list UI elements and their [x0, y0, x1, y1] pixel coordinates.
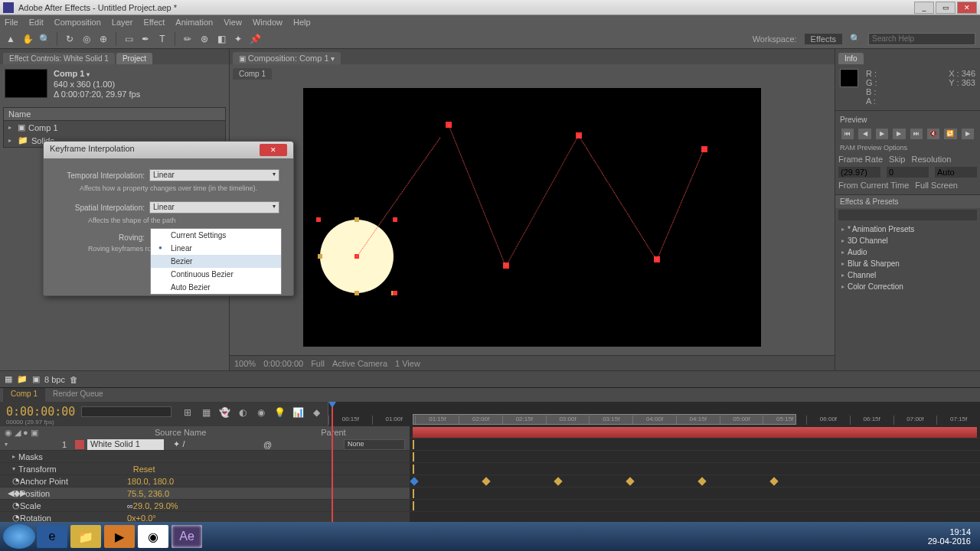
keyframe[interactable] [554, 477, 562, 485]
puppet-tool-icon[interactable]: 📌 [249, 33, 261, 45]
menu-view[interactable]: View [224, 18, 242, 27]
window-close-button[interactable]: ✕ [957, 2, 977, 14]
effects-category[interactable]: Channel [837, 269, 978, 281]
viewer-time[interactable]: 0:00:00:00 [263, 359, 303, 368]
comp-mini-flowchart-icon[interactable]: ⊞ [181, 407, 194, 421]
effects-category[interactable]: 3D Channel [837, 235, 978, 246]
tab-project[interactable]: Project [116, 53, 152, 64]
zoom-dropdown[interactable]: 100% [234, 359, 256, 368]
workspace-dropdown[interactable]: Effects [805, 34, 842, 44]
project-item-comp[interactable]: ▸▣ Comp 1 [4, 121, 225, 134]
effects-category[interactable]: Color Correction [837, 281, 978, 292]
graph-editor-icon[interactable]: 📊 [291, 407, 305, 421]
start-button[interactable] [3, 524, 35, 549]
chrome-taskbar-icon[interactable]: ◉ [138, 525, 168, 548]
last-frame-button[interactable]: ⏭ [910, 129, 923, 139]
comp-name[interactable]: Comp 1 [54, 69, 140, 80]
flowchart-tab[interactable]: Comp 1 [233, 68, 272, 80]
explorer-taskbar-icon[interactable]: 📁 [70, 525, 101, 548]
ram-preview-options[interactable]: RAM Preview Options [838, 142, 977, 153]
ram-preview-button[interactable]: ▶ [962, 129, 974, 139]
prev-kf-icon[interactable]: ◀◆▶ [8, 488, 26, 498]
media-player-taskbar-icon[interactable]: ▶ [104, 525, 135, 548]
resolution-dropdown[interactable]: Full [311, 359, 325, 368]
keyframe[interactable] [769, 477, 778, 485]
keyframe[interactable] [482, 477, 490, 485]
menu-window[interactable]: Window [253, 18, 283, 27]
loop-button[interactable]: 🔁 [944, 129, 956, 139]
timeline-search-input[interactable] [81, 406, 172, 417]
keyframe-marker[interactable] [393, 217, 397, 222]
spatial-dropdown[interactable]: Linear [149, 201, 279, 214]
menu-animation[interactable]: Animation [175, 18, 213, 27]
layer-mode-icons[interactable]: ✦ / [164, 439, 194, 449]
keyframe-marker[interactable] [316, 217, 321, 222]
timeline-tab-render[interactable]: Render Queue [45, 388, 111, 402]
hand-tool-icon[interactable]: ✋ [21, 33, 34, 45]
resolution-field[interactable]: Auto [935, 167, 977, 178]
keyframe[interactable] [697, 477, 706, 485]
shy-icon[interactable]: 👻 [217, 407, 231, 421]
twirl-icon[interactable]: ▾ [5, 441, 8, 448]
parent-pickwhip-icon[interactable]: @ [263, 440, 272, 449]
current-timecode[interactable]: 0:00:00:00 [6, 405, 70, 419]
motion-blur-icon[interactable]: ◉ [254, 407, 268, 421]
interpret-icon[interactable]: ▦ [5, 374, 12, 384]
layer-row[interactable]: ▾ 1 White Solid 1 ✦ / @ None [0, 439, 410, 451]
layer-color-swatch[interactable] [75, 440, 84, 449]
dropdown-option-bezier[interactable]: Bezier [151, 255, 281, 268]
frame-blend-icon[interactable]: ◐ [236, 407, 250, 421]
new-folder-icon[interactable]: 📁 [17, 374, 28, 384]
dropdown-option-linear[interactable]: Linear [151, 242, 281, 255]
dialog-close-button[interactable]: ✕ [260, 144, 287, 156]
pan-behind-tool-icon[interactable]: ⊕ [97, 33, 109, 45]
tab-effect-controls[interactable]: Effect Controls: White Solid 1 [3, 53, 115, 64]
new-comp-icon[interactable]: ▣ [32, 374, 40, 384]
source-name-header[interactable]: Source Name [155, 428, 206, 437]
transform-group[interactable]: ▾TransformReset [0, 463, 410, 475]
menu-help[interactable]: Help [293, 18, 311, 27]
ie-taskbar-icon[interactable]: e [37, 525, 67, 548]
keyframe-marker[interactable] [393, 291, 397, 295]
menu-effect[interactable]: Effect [143, 18, 165, 27]
comp-thumbnail[interactable] [5, 69, 47, 98]
full-screen-checkbox[interactable]: Full Screen [915, 181, 958, 190]
link-icon[interactable]: ∞ [127, 501, 133, 510]
prev-frame-button[interactable]: ◀ [858, 129, 871, 139]
framerate-field[interactable]: (29.97) [838, 167, 880, 178]
selection-tool-icon[interactable]: ▲ [5, 33, 17, 45]
comp-canvas[interactable] [303, 88, 761, 347]
type-tool-icon[interactable]: T [156, 33, 168, 45]
anchor-point-property[interactable]: ◔ Anchor Point180.0, 180.0 [0, 475, 410, 487]
pen-tool-icon[interactable]: ✒ [139, 33, 152, 45]
composition-viewer[interactable] [230, 80, 835, 355]
parent-dropdown[interactable]: None [344, 439, 405, 450]
masks-group[interactable]: ▸Masks [0, 451, 410, 463]
effects-category[interactable]: Audio [837, 246, 978, 258]
keyframe[interactable] [410, 477, 418, 485]
bpc-toggle[interactable]: 8 bpc [44, 375, 65, 384]
rectangle-tool-icon[interactable]: ▭ [122, 33, 135, 45]
position-track[interactable] [410, 475, 980, 487]
temporal-dropdown[interactable]: Linear [149, 169, 279, 181]
composition-tab-label[interactable]: ▣ Composition: Comp 1 ▾ [233, 52, 341, 64]
project-column-name[interactable]: Name [4, 108, 225, 121]
effects-category[interactable]: Blur & Sharpen [837, 258, 978, 269]
camera-tool-icon[interactable]: ◎ [80, 33, 93, 45]
menu-composition[interactable]: Composition [54, 18, 101, 27]
maximize-button[interactable]: ▭ [936, 2, 956, 14]
help-search-input[interactable] [868, 33, 975, 45]
stopwatch-icon[interactable]: ◔ [12, 476, 20, 486]
view-dropdown[interactable]: 1 View [395, 359, 420, 368]
stopwatch-icon[interactable]: ◔ [12, 500, 20, 510]
timeline-tab-comp[interactable]: Comp 1 [3, 388, 45, 402]
dropdown-option-current[interactable]: Current Settings [151, 229, 281, 242]
roto-tool-icon[interactable]: ✦ [232, 33, 244, 45]
zoom-tool-icon[interactable]: 🔍 [38, 33, 51, 45]
effects-category[interactable]: * Animation Presets [837, 223, 978, 235]
play-button[interactable]: ▶ [876, 129, 888, 139]
layer-name[interactable]: White Solid 1 [87, 439, 164, 450]
after-effects-taskbar-icon[interactable]: Ae [172, 525, 202, 548]
brush-tool-icon[interactable]: ✏ [181, 33, 194, 45]
auto-keyframe-icon[interactable]: ◆ [309, 407, 323, 421]
